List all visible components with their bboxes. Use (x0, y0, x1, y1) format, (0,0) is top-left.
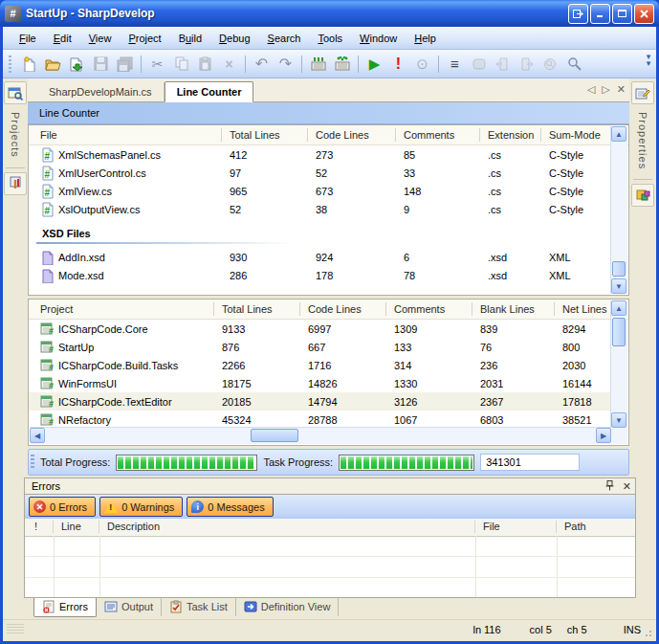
projects-pad-icon[interactable] (4, 81, 27, 104)
column-header-total-lines[interactable]: Total Lines (222, 128, 308, 142)
maximize-button[interactable] (612, 4, 632, 24)
classes-pad-icon[interactable] (631, 184, 654, 207)
minimize-button[interactable] (590, 4, 610, 24)
errors-filter-button[interactable]: i 0 Messages (187, 497, 273, 517)
properties-pad-icon[interactable] (631, 81, 654, 104)
pin-icon[interactable] (605, 480, 614, 493)
column-header-project[interactable]: Project (29, 302, 214, 316)
column-header-sum-mode[interactable]: Sum-Mode (541, 128, 612, 142)
combine-all-icon[interactable] (331, 54, 353, 74)
menu-item[interactable]: File (11, 30, 45, 47)
search-files-icon[interactable] (539, 54, 561, 74)
menu-item[interactable]: Debug (210, 30, 258, 47)
sidebar-tab-projects[interactable]: Projects (10, 106, 21, 164)
column-header-description[interactable]: Description (99, 521, 475, 533)
scrollbar-thumb[interactable] (612, 318, 626, 346)
resize-grip[interactable] (645, 628, 654, 637)
new-file-icon[interactable] (18, 54, 40, 74)
menu-item[interactable]: View (80, 30, 121, 47)
scrollbar-thumb[interactable] (612, 261, 626, 277)
column-header-code-lines[interactable]: Code Lines (308, 128, 396, 142)
run-icon[interactable]: ▶ (363, 54, 385, 74)
menu-item[interactable]: Project (120, 30, 169, 47)
file-table-row[interactable]: AddIn.xsd 930 924 6 .xsd XML (29, 248, 612, 266)
column-header-code-lines[interactable]: Code Lines (300, 302, 386, 316)
title-bar[interactable]: # StartUp - SharpDevelop (0, 0, 659, 27)
bottom-tab[interactable]: Errors (33, 597, 97, 617)
delete-icon[interactable]: × (218, 54, 240, 74)
bottom-tab[interactable]: Output (97, 598, 162, 616)
copy-icon[interactable] (170, 54, 192, 74)
tools-pad-icon[interactable] (4, 172, 27, 195)
file-table-row[interactable]: #XmlView.cs 965 673 148 .cs C-Style (29, 182, 612, 200)
column-header-extension[interactable]: Extension (480, 128, 541, 142)
toolbar-overflow-icon[interactable]: ▾▾ (643, 54, 654, 67)
file-table-row[interactable]: #XslOutputView.cs 52 38 9 .cs C-Style (29, 200, 612, 218)
pause-icon[interactable]: ⊙ (411, 54, 433, 74)
cut-icon[interactable]: ✂ (146, 54, 168, 74)
menu-item[interactable]: Search (259, 30, 310, 47)
tab-scroll-left-icon[interactable]: ◁ (587, 83, 595, 96)
region-icon[interactable] (468, 54, 490, 74)
project-table-vertical-scrollbar[interactable]: ▲ ▼ (610, 300, 627, 428)
column-header-file[interactable]: File (29, 128, 222, 142)
undo-icon[interactable]: ↶ (251, 54, 273, 74)
file-table-row[interactable]: Mode.xsd 286 178 78 .xsd XML (29, 266, 612, 284)
column-header-comments[interactable]: Comments (396, 128, 480, 142)
project-table-row[interactable]: #ICSharpCode.TextEditor 20185 14794 3126… (29, 392, 612, 411)
bottom-tab[interactable]: Task List (162, 598, 236, 616)
column-header-blank-lines[interactable]: Blank Lines (472, 302, 555, 316)
document-tab[interactable]: SharpDevelopMain.cs (37, 82, 165, 101)
redo-icon[interactable]: ↷ (275, 54, 297, 74)
combine-icon[interactable] (307, 54, 329, 74)
menu-item[interactable]: Window (351, 30, 406, 47)
save-as-icon[interactable] (66, 54, 88, 74)
open-file-icon[interactable] (42, 54, 64, 74)
menu-item[interactable]: Help (406, 30, 445, 47)
file-table-row[interactable]: #XmlSchemasPanel.cs 412 273 85 .cs C-Sty… (29, 145, 612, 164)
column-header-total-lines[interactable]: Total Lines (214, 302, 300, 316)
paste-icon[interactable] (194, 54, 216, 74)
toolbar-grip[interactable] (9, 56, 13, 73)
line-list-icon[interactable]: ≡ (444, 54, 466, 74)
column-header-path[interactable]: Path (557, 521, 635, 533)
menu-item[interactable]: Tools (309, 30, 351, 47)
file-table-row[interactable]: #XmlUserControl.cs 97 52 33 .cs C-Style (29, 164, 612, 182)
float-window-button[interactable] (568, 4, 588, 24)
bottom-tab[interactable]: Definition View (236, 598, 340, 616)
column-header-file[interactable]: File (475, 521, 557, 533)
scrollbar-thumb[interactable] (251, 429, 298, 442)
scroll-down-icon[interactable]: ▼ (611, 412, 626, 428)
document-tab[interactable]: Line Counter (165, 81, 254, 102)
close-button[interactable] (634, 4, 654, 24)
scroll-up-icon[interactable]: ▲ (611, 126, 626, 142)
file-table-vertical-scrollbar[interactable]: ▲ ▼ (610, 126, 627, 294)
close-panel-icon[interactable]: ✕ (623, 480, 631, 493)
sidebar-tab-properties[interactable]: Properties (637, 106, 648, 175)
column-header-net-lines[interactable]: Net Lines (555, 302, 612, 316)
scroll-left-icon[interactable]: ◀ (30, 428, 45, 443)
errors-filter-button[interactable]: ✕ 0 Errors (29, 497, 96, 517)
column-header-comments[interactable]: Comments (386, 302, 472, 316)
prev-bookmark-icon[interactable] (492, 54, 514, 74)
column-header-severity[interactable]: ! (25, 521, 54, 533)
abort-icon[interactable]: ! (387, 54, 409, 74)
project-table-row[interactable]: #ICSharpCode.Build.Tasks 2266 1716 314 2… (29, 356, 612, 374)
next-bookmark-icon[interactable] (516, 54, 538, 74)
menu-item[interactable]: Build (170, 30, 210, 47)
scroll-down-icon[interactable]: ▼ (611, 278, 626, 294)
tab-scroll-right-icon[interactable]: ▷ (602, 83, 609, 96)
errors-panel-title-bar[interactable]: Errors ✕ (24, 477, 636, 495)
project-table-row[interactable]: #StartUp 876 667 133 76 800 (29, 338, 612, 356)
save-icon[interactable] (90, 54, 112, 74)
save-all-icon[interactable] (114, 54, 136, 74)
menu-item[interactable]: Edit (45, 30, 80, 47)
progress-row-grip[interactable] (31, 455, 34, 470)
scroll-up-icon[interactable]: ▲ (611, 300, 626, 316)
errors-filter-button[interactable]: 0 Warnings (99, 497, 183, 517)
project-table-row[interactable]: #ICSharpCode.Core 9133 6997 1309 839 829… (29, 320, 612, 338)
scroll-right-icon[interactable]: ▶ (596, 428, 611, 443)
find-icon[interactable] (563, 54, 585, 74)
tab-close-icon[interactable]: ✕ (617, 83, 626, 96)
project-table-horizontal-scrollbar[interactable]: ◀ ▶ (30, 427, 611, 444)
